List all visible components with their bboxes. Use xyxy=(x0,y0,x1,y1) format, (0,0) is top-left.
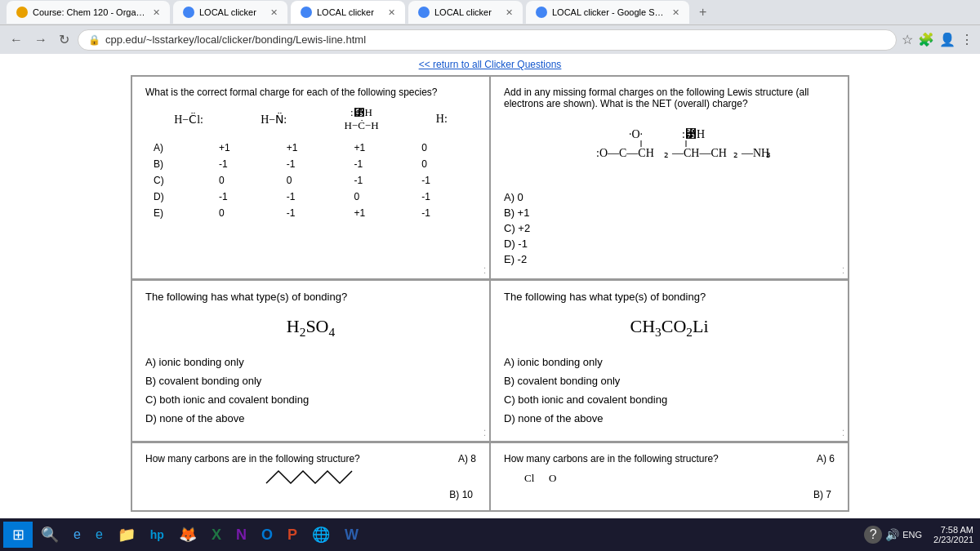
structures-container: H−C̈l: H−N̈: :⁳H H−Ċ−H H: xyxy=(145,106,476,132)
tab-favicon xyxy=(418,7,430,18)
h-structure: H: xyxy=(436,113,448,126)
sound-icon[interactable]: 🔊 xyxy=(885,528,899,541)
table-row: B) -1 -1 -1 0 xyxy=(147,157,474,171)
row-label: C) xyxy=(147,173,211,188)
svg-text:Cl: Cl xyxy=(524,472,535,484)
taskbar-edge[interactable]: e xyxy=(67,522,87,548)
q3-right-a: A) 6 xyxy=(817,453,835,464)
col3-b: -1 xyxy=(348,157,414,171)
option-c: C) both ionic and covalent bonding xyxy=(145,393,476,406)
tab-local-2[interactable]: LOCAL clicker ✕ xyxy=(291,1,405,24)
return-link[interactable]: << return to all Clicker Questions xyxy=(0,54,980,75)
col1-c: 0 xyxy=(212,173,278,188)
col4-b: 0 xyxy=(415,157,474,171)
refresh-button[interactable]: ↻ xyxy=(56,30,73,49)
option-b: B) covalent bonding only xyxy=(504,375,835,387)
option-a: A) ionic bonding only xyxy=(504,356,835,368)
option-d: D) none of the above xyxy=(145,412,476,424)
taskbar: ⊞ 🔍 e e 📁 hp 🦊 X N O P 🌐 W ? 🔊 ENG 7:58 … xyxy=(0,518,980,551)
taskbar-hp[interactable]: hp xyxy=(144,522,171,548)
taskbar-files[interactable]: 📁 xyxy=(111,522,142,548)
account-button[interactable]: 👤 xyxy=(939,32,956,47)
q2-left-title: The following has what type(s) of bondin… xyxy=(145,291,476,303)
row-label: E) xyxy=(147,206,211,220)
tab-close-icon[interactable]: ✕ xyxy=(506,7,513,18)
taskbar-powerpoint[interactable]: P xyxy=(281,522,304,548)
url-bar[interactable]: 🔒 cpp.edu/~lsstarkey/local/clicker/bondi… xyxy=(78,29,897,51)
col3-c: -1 xyxy=(348,173,414,188)
tab-close-icon[interactable]: ✕ xyxy=(153,7,160,18)
tab-favicon xyxy=(183,7,194,18)
taskbar-onenote[interactable]: N xyxy=(229,522,253,548)
option-b: B) covalent bonding only xyxy=(145,375,476,387)
question-icon[interactable]: ? xyxy=(864,526,882,544)
tab-local-3[interactable]: LOCAL clicker ✕ xyxy=(408,1,523,24)
col1-d: -1 xyxy=(212,189,278,204)
q3-left-title: How many carbons are in the following st… xyxy=(145,453,452,464)
hn-structure: H−N̈: xyxy=(261,113,287,127)
col3-d: 0 xyxy=(348,189,414,204)
skeletal-svg xyxy=(262,467,360,487)
taskbar-word[interactable]: W xyxy=(338,522,365,548)
bookmark-button[interactable]: ☆ xyxy=(902,32,913,47)
taskbar-search[interactable]: 🔍 xyxy=(34,522,65,548)
svg-text::O—C—CH: :O—C—CH xyxy=(596,147,654,159)
col2-e: -1 xyxy=(280,206,346,220)
q3-right-b: B) 7 xyxy=(504,489,835,500)
taskbar-excel[interactable]: X xyxy=(205,522,228,548)
col1-b: -1 xyxy=(212,157,278,171)
taskbar-tray: ? 🔊 ENG xyxy=(858,526,929,544)
tab-close-icon[interactable]: ✕ xyxy=(388,7,395,18)
svg-text:₂: ₂ xyxy=(733,147,738,159)
question-cell-carbons-left: How many carbons are in the following st… xyxy=(131,442,490,511)
answer-a: A) 0 xyxy=(504,191,835,203)
row-label: D) xyxy=(147,189,211,204)
table-row: D) -1 -1 0 -1 xyxy=(147,189,474,204)
lang-label: ENG xyxy=(902,530,922,540)
lock-icon: 🔒 xyxy=(88,34,100,46)
taskbar-chrome[interactable]: 🌐 xyxy=(305,522,336,548)
q3-right-header: How many carbons are in the following st… xyxy=(504,453,835,464)
page-content: << return to all Clicker Questions What … xyxy=(0,54,980,527)
answer-c: C) +2 xyxy=(504,222,835,234)
back-button[interactable]: ← xyxy=(7,31,26,49)
col4-a: 0 xyxy=(415,140,474,155)
question-cell-h2so4: The following has what type(s) of bondin… xyxy=(131,280,490,442)
corner-dot: ⁚ xyxy=(842,429,844,438)
taskbar-outlook[interactable]: O xyxy=(255,522,279,548)
corner-dot: ⁚ xyxy=(842,266,844,275)
row-label: A) xyxy=(147,140,211,155)
tab-course[interactable]: Course: Chem 120 - Organic Ch... ✕ xyxy=(7,1,170,24)
svg-text::⁳H: :⁳H xyxy=(682,128,705,140)
taskbar-ie[interactable]: e xyxy=(89,522,109,548)
taskbar-firefox[interactable]: 🦊 xyxy=(172,522,203,548)
forward-button[interactable]: → xyxy=(31,31,51,49)
hch-label: H−Ċ−H xyxy=(344,119,378,131)
new-tab-button[interactable]: + xyxy=(693,1,713,24)
svg-text:₂: ₂ xyxy=(664,147,669,159)
tab-close-icon[interactable]: ✕ xyxy=(672,7,679,18)
hn-label: H−N̈: xyxy=(261,113,287,126)
col1-a: +1 xyxy=(212,140,278,155)
tab-local-1[interactable]: LOCAL clicker ✕ xyxy=(173,1,287,24)
menu-button[interactable]: ⋮ xyxy=(960,32,973,47)
start-button[interactable]: ⊞ xyxy=(3,522,33,548)
table-row: C) 0 0 -1 -1 xyxy=(147,173,474,188)
col3-a: +1 xyxy=(348,140,414,155)
answers-table: A) +1 +1 +1 0 B) -1 -1 -1 0 C) 0 0 xyxy=(145,139,476,222)
answer-e: E) -2 xyxy=(504,253,835,265)
table-row: E) 0 -1 +1 -1 xyxy=(147,206,474,220)
tab-close-icon[interactable]: ✕ xyxy=(270,7,278,18)
h-label: H: xyxy=(436,113,448,125)
option-d: D) none of the above xyxy=(504,412,835,424)
q2-right-options: A) ionic bonding only B) covalent bondin… xyxy=(504,356,835,424)
option-a: A) ionic bonding only xyxy=(145,356,476,368)
tab-google[interactable]: LOCAL clicker - Google Search ✕ xyxy=(526,1,689,24)
option-c: C) both ionic and covalent bonding xyxy=(504,393,835,406)
answer-b: B) +1 xyxy=(504,207,835,219)
q3-right-title: How many carbons are in the following st… xyxy=(504,453,810,464)
address-bar: ← → ↻ 🔒 cpp.edu/~lsstarkey/local/clicker… xyxy=(0,24,980,54)
extensions-button[interactable]: 🧩 xyxy=(918,32,934,47)
svg-text:—CH—CH: —CH—CH xyxy=(671,147,727,159)
col4-e: -1 xyxy=(415,206,474,220)
